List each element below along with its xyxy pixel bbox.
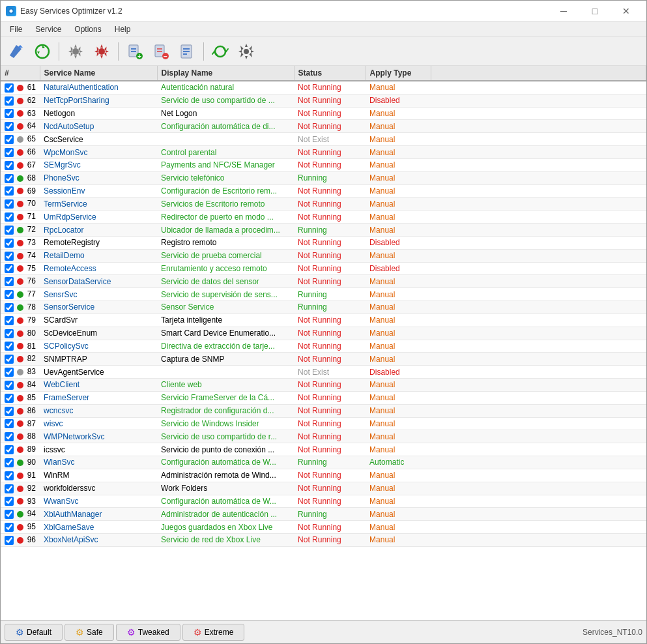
row-checkbox[interactable]	[5, 458, 14, 467]
row-checkbox[interactable]	[5, 277, 14, 286]
row-checkbox[interactable]	[5, 445, 14, 454]
table-row[interactable]: 73 RemoteRegistry Registro remoto Not Ru…	[1, 236, 646, 249]
table-row[interactable]: 95 XblGameSave Juegos guardados en Xbox …	[1, 521, 646, 534]
default-button[interactable]: ⚙ Default	[5, 624, 63, 641]
menu-file[interactable]: File	[3, 23, 29, 35]
table-row[interactable]: 77 SensrSvc Servicio de supervisión de s…	[1, 288, 646, 301]
table-row[interactable]: 62 NetTcpPortSharing Servicio de uso com…	[1, 94, 646, 107]
doc-add-button[interactable]: +	[123, 40, 147, 63]
extreme-button[interactable]: ⚙ Extreme	[182, 624, 245, 641]
row-checkbox[interactable]	[5, 381, 14, 390]
row-checkbox[interactable]	[5, 174, 14, 183]
row-checkbox[interactable]	[5, 290, 14, 299]
table-row[interactable]: 96 XboxNetApiSvc Servicio de red de Xbox…	[1, 533, 646, 546]
table-row[interactable]: 78 SensorService Sensor Service Running …	[1, 301, 646, 314]
col-header-apply[interactable]: Apply Type	[366, 66, 431, 81]
settings2-button[interactable]	[90, 40, 113, 63]
row-checkbox[interactable]	[5, 329, 14, 338]
col-header-service[interactable]: Service Name	[40, 66, 157, 81]
row-checkbox[interactable]	[5, 394, 14, 403]
table-row[interactable]: 68 PhoneSvc Servicio telefónico Running …	[1, 171, 646, 184]
table-row[interactable]: 66 WpcMonSvc Control parental Not Runnin…	[1, 146, 646, 159]
table-row[interactable]: 84 WebClient Cliente web Not Running Man…	[1, 379, 646, 392]
table-row[interactable]: 67 SEMgrSvc Payments and NFC/SE Manager …	[1, 158, 646, 171]
menu-help[interactable]: Help	[108, 23, 137, 35]
table-row[interactable]: 85 FrameServer Servicio FrameServer de l…	[1, 391, 646, 404]
table-row[interactable]: 76 SensorDataService Servicio de datos d…	[1, 275, 646, 288]
table-row[interactable]: 89 icssvc Servicio de punto de conexión …	[1, 443, 646, 456]
cell-num: 94	[1, 508, 40, 521]
row-checkbox[interactable]	[5, 536, 14, 545]
row-checkbox[interactable]	[5, 407, 14, 416]
table-row[interactable]: 90 WlanSvc Configuración automática de W…	[1, 456, 646, 469]
table-row[interactable]: 70 TermService Servicios de Escritorio r…	[1, 198, 646, 211]
row-checkbox[interactable]	[5, 484, 14, 493]
row-checkbox[interactable]	[5, 96, 14, 106]
table-row[interactable]: 80 ScDeviceEnum Smart Card Device Enumer…	[1, 327, 646, 340]
maximize-button[interactable]: □	[580, 1, 610, 22]
row-checkbox[interactable]	[5, 432, 14, 441]
row-checkbox[interactable]	[5, 186, 14, 196]
table-row[interactable]: 88 WMPNetworkSvc Servicio de uso compart…	[1, 430, 646, 443]
row-checkbox[interactable]	[5, 303, 14, 312]
row-checkbox[interactable]	[5, 471, 14, 480]
row-checkbox[interactable]	[5, 264, 14, 273]
close-button[interactable]: ✕	[611, 1, 641, 22]
table-row[interactable]: 93 WwanSvc Configuración automática de W…	[1, 495, 646, 508]
menu-options[interactable]: Options	[68, 23, 108, 35]
table-row[interactable]: 63 Netlogon Net Logon Not Running Manual	[1, 107, 646, 120]
row-checkbox[interactable]	[5, 368, 14, 377]
table-row[interactable]: 74 RetailDemo Servicio de prueba comerci…	[1, 249, 646, 262]
table-row[interactable]: 91 WinRM Administración remota de Wind..…	[1, 469, 646, 482]
row-checkbox[interactable]	[5, 135, 14, 144]
row-checkbox[interactable]	[5, 497, 14, 506]
safe-button[interactable]: ⚙ Safe	[65, 624, 114, 641]
row-checkbox[interactable]	[5, 122, 14, 131]
gear-button[interactable]	[235, 40, 258, 63]
row-checkbox[interactable]	[5, 148, 14, 157]
reload-button[interactable]	[208, 40, 232, 63]
row-checkbox[interactable]	[5, 212, 14, 222]
table-row[interactable]: 92 workfolderssvc Work Folders Not Runni…	[1, 482, 646, 495]
table-row[interactable]: 65 CscService Not Exist Manual	[1, 133, 646, 146]
col-header-num[interactable]: #	[1, 66, 40, 81]
row-checkbox[interactable]	[5, 316, 14, 325]
row-checkbox[interactable]	[5, 419, 14, 428]
table-row[interactable]: 64 NcdAutoSetup Configuración automática…	[1, 120, 646, 133]
menu-service[interactable]: Service	[29, 23, 68, 35]
table-row[interactable]: 69 SessionEnv Configuración de Escritori…	[1, 184, 646, 198]
row-checkbox[interactable]	[5, 355, 14, 364]
col-header-display[interactable]: Display Name	[157, 66, 294, 81]
row-checkbox[interactable]	[5, 252, 14, 261]
row-checkbox[interactable]	[5, 226, 14, 235]
row-checkbox[interactable]	[5, 239, 14, 248]
col-header-status[interactable]: Status	[294, 66, 366, 81]
table-row[interactable]: 94 XblAuthManager Administrador de auten…	[1, 508, 646, 521]
tweaked-button[interactable]: ⚙ Tweaked	[116, 624, 180, 641]
table-row[interactable]: 61 NaturalAuthentication Autenticación n…	[1, 81, 646, 94]
row-checkbox[interactable]	[5, 161, 14, 170]
table-row[interactable]: 83 UevAgentService Not Exist Disabled	[1, 366, 646, 379]
row-checkbox[interactable]	[5, 523, 14, 532]
doc-view-button[interactable]	[175, 40, 199, 63]
table-row[interactable]: 72 RpcLocator Ubicador de llamada a proc…	[1, 224, 646, 237]
doc-remove-button[interactable]: −	[149, 40, 173, 63]
optimize-button[interactable]	[5, 40, 28, 63]
row-checkbox[interactable]	[5, 109, 14, 118]
settings1-button[interactable]	[64, 40, 87, 63]
table-row[interactable]: 79 SCardSvr Tarjeta inteligente Not Runn…	[1, 314, 646, 327]
table-row[interactable]: 87 wisvc Servicio de Windows Insider Not…	[1, 417, 646, 430]
refresh-button[interactable]	[31, 40, 54, 63]
cell-service: WwanSvc	[40, 495, 157, 508]
table-row[interactable]: 75 RemoteAccess Enrutamiento y acceso re…	[1, 262, 646, 275]
row-checkbox[interactable]	[5, 342, 14, 351]
row-checkbox[interactable]	[5, 510, 14, 519]
table-row[interactable]: 81 SCPolicySvc Directiva de extracción d…	[1, 340, 646, 353]
table-row[interactable]: 86 wcncsvc Registrador de configuración …	[1, 404, 646, 417]
row-checkbox[interactable]	[5, 199, 14, 209]
services-table-container[interactable]: # Service Name Display Name Status Apply…	[1, 66, 646, 620]
row-checkbox[interactable]	[5, 83, 14, 93]
table-row[interactable]: 82 SNMPTRAP Captura de SNMP Not Running …	[1, 353, 646, 366]
minimize-button[interactable]: ─	[549, 1, 579, 22]
table-row[interactable]: 71 UmRdpService Redirector de puerto en …	[1, 211, 646, 224]
